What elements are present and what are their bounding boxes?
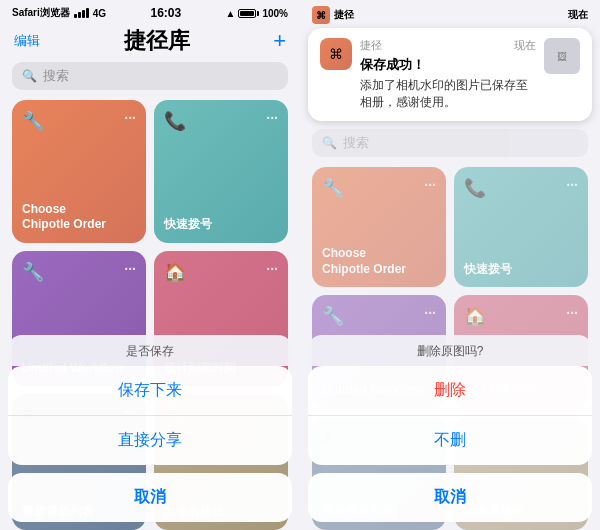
card-menu-untitled-r[interactable]: ··· [424,305,436,321]
search-bar-left[interactable]: 🔍 搜索 [12,62,288,90]
action-sheet-content-right: 删除 不删 取消 [300,366,600,530]
card-menu-untitled[interactable]: ··· [124,261,136,277]
status-left-right: ⌘ 捷径 [312,6,354,24]
delete-button[interactable]: 删除 [308,366,592,416]
status-left: Safari浏览器 4G [12,6,106,20]
action-title-left: 是否保存 [126,344,174,358]
card-menu-dial[interactable]: ··· [266,110,278,126]
card-title-chipotle-r: ChooseChipotle Order [322,246,436,277]
action-sheet-right: 删除原图吗? 删除 不删 取消 [300,335,600,530]
card-icon-untitled: 🔧 [22,261,44,283]
signal-bars [74,8,89,18]
left-panel: Safari浏览器 4G 16:03 ▲ 100% 编辑 捷径库 + [0,0,300,530]
status-bar-right: ⌘ 捷径 现在 [300,0,600,28]
card-quick-dial[interactable]: 📞 ··· 快速拨号 [154,100,288,243]
cancel-button-right[interactable]: 取消 [308,473,592,522]
share-button[interactable]: 直接分享 [8,416,292,465]
card-title-chipotle: ChooseChipotle Order [22,202,136,233]
status-right: ▲ 100% [226,8,288,19]
notification-banner: ⌘ 捷径 现在 保存成功！ 添加了相机水印的图片已保存至相册，感谢使用。 🖼 [308,28,592,121]
save-button[interactable]: 保存下来 [8,366,292,416]
now-label: 现在 [568,8,588,22]
card-menu-chipotle-r[interactable]: ··· [424,177,436,193]
notif-content: 捷径 现在 保存成功！ 添加了相机水印的图片已保存至相册，感谢使用。 [360,38,536,111]
action-sheet-content-left: 保存下来 直接分享 取消 [0,366,300,530]
card-quick-dial-r[interactable]: 📞 ··· 快速拨号 [454,167,588,288]
cancel-button-left[interactable]: 取消 [8,473,292,522]
status-right-right: 现在 [568,8,588,22]
carrier-label: Safari浏览器 [12,6,70,20]
status-bar-left: Safari浏览器 4G 16:03 ▲ 100% [0,0,300,24]
panel-header-left: 编辑 捷径库 + [0,24,300,62]
notif-thumbnail: 🖼 [544,38,580,74]
bar2 [78,12,81,18]
card-icon-dial: 📞 [164,110,186,132]
card-icon-home-r: 🏠 [464,305,486,327]
card-choose-chipotle-r[interactable]: 🔧 ··· ChooseChipotle Order [312,167,446,288]
right-panel: ⌘ 捷径 现在 ⌘ 捷径 现在 保存成功！ 添加了相机水印的图片已保存至相册，感… [300,0,600,530]
action-sheet-left: 是否保存 保存下来 直接分享 取消 [0,335,300,530]
notif-body: 添加了相机水印的图片已保存至相册，感谢使用。 [360,77,536,111]
card-menu-home-r[interactable]: ··· [566,305,578,321]
card-icon-untitled-r: 🔧 [322,305,344,327]
search-bar-right[interactable]: 🔍 搜索 [312,129,588,157]
page-title-left: 捷径库 [124,26,190,56]
app-icon-right: ⌘ [312,6,330,24]
time-display: 16:03 [150,6,181,20]
notif-app-icon: ⌘ [320,38,352,70]
search-placeholder-left: 搜索 [43,67,69,85]
card-menu-dial-r[interactable]: ··· [566,177,578,193]
search-icon-left: 🔍 [22,69,37,83]
battery-icon [238,9,259,18]
keep-button[interactable]: 不删 [308,416,592,465]
card-icon-home: 🏠 [164,261,186,283]
bar1 [74,14,77,18]
notif-title: 保存成功！ [360,56,536,74]
network-type: 4G [93,8,106,19]
card-icon-dial-r: 📞 [464,177,486,199]
notif-time: 现在 [514,38,536,53]
app-name-right: 捷径 [334,8,354,22]
thumbnail-icon: 🖼 [557,51,567,62]
bar4 [86,8,89,18]
card-title-dial: 快速拨号 [164,217,278,233]
edit-button[interactable]: 编辑 [14,32,40,50]
search-placeholder-right: 搜索 [343,134,369,152]
bar3 [82,10,85,18]
action-group-left: 保存下来 直接分享 [8,366,292,465]
card-icon-chipotle: 🔧 [22,110,44,132]
add-button[interactable]: + [273,28,286,54]
card-menu-chipotle[interactable]: ··· [124,110,136,126]
card-icon-chipotle-r: 🔧 [322,177,344,199]
notif-app-label: 捷径 [360,38,382,53]
card-menu-home[interactable]: ··· [266,261,278,277]
action-title-right: 删除原图吗? [417,344,484,358]
card-choose-chipotle[interactable]: 🔧 ··· ChooseChipotle Order [12,100,146,243]
battery-percent: 100% [262,8,288,19]
notif-header: 捷径 现在 [360,38,536,53]
search-icon-right: 🔍 [322,136,337,150]
wifi-icon: ▲ [226,8,236,19]
card-title-dial-r: 快速拨号 [464,262,578,278]
action-group-right: 删除 不删 [308,366,592,465]
